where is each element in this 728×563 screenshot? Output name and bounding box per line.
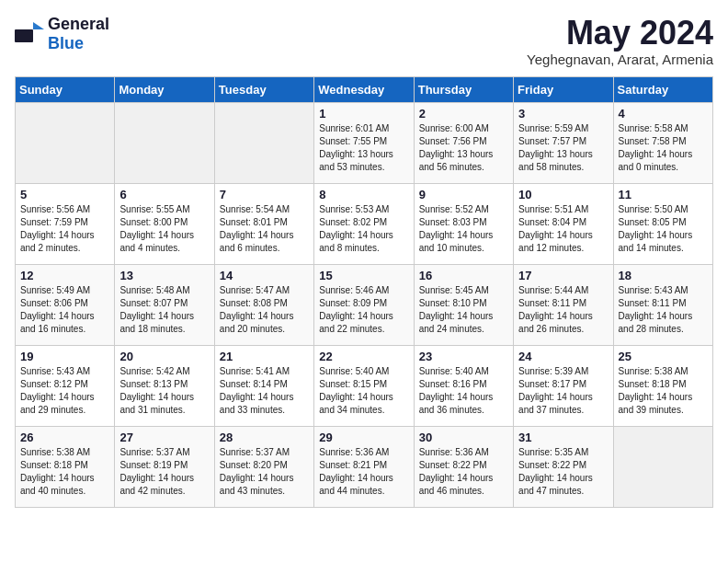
day-info: Sunrise: 5:50 AM Sunset: 8:05 PM Dayligh… <box>619 203 708 255</box>
day-cell: 16Sunrise: 5:45 AM Sunset: 8:10 PM Dayli… <box>414 264 513 345</box>
day-number: 2 <box>419 107 508 121</box>
column-header-saturday: Saturday <box>613 76 712 102</box>
day-info: Sunrise: 5:43 AM Sunset: 8:11 PM Dayligh… <box>619 284 708 336</box>
day-cell: 6Sunrise: 5:55 AM Sunset: 8:00 PM Daylig… <box>115 183 214 264</box>
day-info: Sunrise: 5:38 AM Sunset: 8:18 PM Dayligh… <box>20 446 109 498</box>
week-row-1: 1Sunrise: 6:01 AM Sunset: 7:55 PM Daylig… <box>16 102 713 183</box>
day-cell: 21Sunrise: 5:41 AM Sunset: 8:14 PM Dayli… <box>214 345 313 426</box>
column-header-friday: Friday <box>514 76 613 102</box>
day-number: 24 <box>518 350 608 363</box>
day-number: 12 <box>20 269 109 282</box>
day-cell: 7Sunrise: 5:54 AM Sunset: 8:01 PM Daylig… <box>214 183 313 264</box>
day-info: Sunrise: 5:49 AM Sunset: 8:06 PM Dayligh… <box>20 284 109 336</box>
day-number: 21 <box>220 350 309 363</box>
day-cell: 1Sunrise: 6:01 AM Sunset: 7:55 PM Daylig… <box>314 102 414 183</box>
location-subtitle: Yeghegnavan, Ararat, Armenia <box>527 52 713 67</box>
day-info: Sunrise: 5:42 AM Sunset: 8:13 PM Dayligh… <box>119 365 209 417</box>
day-number: 17 <box>518 269 608 282</box>
week-row-2: 5Sunrise: 5:56 AM Sunset: 7:59 PM Daylig… <box>16 183 713 264</box>
column-header-sunday: Sunday <box>16 76 115 102</box>
day-cell <box>214 102 313 183</box>
day-info: Sunrise: 5:38 AM Sunset: 8:18 PM Dayligh… <box>619 365 708 417</box>
day-info: Sunrise: 6:00 AM Sunset: 7:56 PM Dayligh… <box>419 122 508 174</box>
svg-marker-1 <box>33 22 44 29</box>
day-cell: 12Sunrise: 5:49 AM Sunset: 8:06 PM Dayli… <box>16 264 115 345</box>
day-number: 9 <box>419 188 508 201</box>
day-cell: 25Sunrise: 5:38 AM Sunset: 8:18 PM Dayli… <box>613 345 712 426</box>
day-cell <box>16 102 115 183</box>
day-cell: 29Sunrise: 5:36 AM Sunset: 8:21 PM Dayli… <box>314 426 414 507</box>
day-number: 4 <box>619 107 708 121</box>
week-row-4: 19Sunrise: 5:43 AM Sunset: 8:12 PM Dayli… <box>16 345 713 426</box>
day-cell: 4Sunrise: 5:58 AM Sunset: 7:58 PM Daylig… <box>613 102 712 183</box>
day-info: Sunrise: 5:52 AM Sunset: 8:03 PM Dayligh… <box>419 203 508 255</box>
day-number: 13 <box>119 269 209 282</box>
day-cell: 9Sunrise: 5:52 AM Sunset: 8:03 PM Daylig… <box>414 183 513 264</box>
day-number: 26 <box>20 431 109 444</box>
day-info: Sunrise: 5:47 AM Sunset: 8:08 PM Dayligh… <box>220 284 309 336</box>
day-cell: 24Sunrise: 5:39 AM Sunset: 8:17 PM Dayli… <box>514 345 613 426</box>
day-info: Sunrise: 5:40 AM Sunset: 8:16 PM Dayligh… <box>419 365 508 417</box>
day-number: 29 <box>319 431 408 444</box>
day-number: 15 <box>319 269 408 282</box>
day-info: Sunrise: 5:36 AM Sunset: 8:21 PM Dayligh… <box>319 446 408 498</box>
day-number: 19 <box>20 350 109 363</box>
day-info: Sunrise: 5:36 AM Sunset: 8:22 PM Dayligh… <box>419 446 508 498</box>
day-cell: 5Sunrise: 5:56 AM Sunset: 7:59 PM Daylig… <box>16 183 115 264</box>
day-cell: 31Sunrise: 5:35 AM Sunset: 8:22 PM Dayli… <box>514 426 613 507</box>
day-number: 6 <box>119 188 209 201</box>
page-header: General Blue May 2024 Yeghegnavan, Arara… <box>15 15 713 67</box>
day-number: 8 <box>319 188 408 201</box>
day-info: Sunrise: 6:01 AM Sunset: 7:55 PM Dayligh… <box>319 122 408 174</box>
day-cell: 26Sunrise: 5:38 AM Sunset: 8:18 PM Dayli… <box>16 426 115 507</box>
day-number: 11 <box>619 188 708 201</box>
day-number: 31 <box>518 431 608 444</box>
day-number: 16 <box>419 269 508 282</box>
day-cell <box>115 102 214 183</box>
day-cell: 30Sunrise: 5:36 AM Sunset: 8:22 PM Dayli… <box>414 426 513 507</box>
day-info: Sunrise: 5:40 AM Sunset: 8:15 PM Dayligh… <box>319 365 408 417</box>
column-header-thursday: Thursday <box>414 76 513 102</box>
day-info: Sunrise: 5:59 AM Sunset: 7:57 PM Dayligh… <box>518 122 608 174</box>
day-number: 20 <box>119 350 209 363</box>
svg-rect-0 <box>15 29 33 42</box>
day-info: Sunrise: 5:46 AM Sunset: 8:09 PM Dayligh… <box>319 284 408 336</box>
day-number: 18 <box>619 269 708 282</box>
day-number: 1 <box>319 107 408 121</box>
day-cell: 20Sunrise: 5:42 AM Sunset: 8:13 PM Dayli… <box>115 345 214 426</box>
day-number: 5 <box>20 188 109 201</box>
day-cell: 17Sunrise: 5:44 AM Sunset: 8:11 PM Dayli… <box>514 264 613 345</box>
day-cell <box>613 426 712 507</box>
day-cell: 2Sunrise: 6:00 AM Sunset: 7:56 PM Daylig… <box>414 102 513 183</box>
day-cell: 14Sunrise: 5:47 AM Sunset: 8:08 PM Dayli… <box>214 264 313 345</box>
day-number: 27 <box>119 431 209 444</box>
day-info: Sunrise: 5:35 AM Sunset: 8:22 PM Dayligh… <box>518 446 608 498</box>
day-info: Sunrise: 5:53 AM Sunset: 8:02 PM Dayligh… <box>319 203 408 255</box>
day-info: Sunrise: 5:51 AM Sunset: 8:04 PM Dayligh… <box>518 203 608 255</box>
day-info: Sunrise: 5:44 AM Sunset: 8:11 PM Dayligh… <box>518 284 608 336</box>
day-number: 22 <box>319 350 408 363</box>
day-info: Sunrise: 5:37 AM Sunset: 8:19 PM Dayligh… <box>119 446 209 498</box>
calendar-header-row: SundayMondayTuesdayWednesdayThursdayFrid… <box>16 76 713 102</box>
day-number: 10 <box>518 188 608 201</box>
day-info: Sunrise: 5:37 AM Sunset: 8:20 PM Dayligh… <box>220 446 309 498</box>
day-number: 3 <box>518 107 608 121</box>
day-info: Sunrise: 5:58 AM Sunset: 7:58 PM Dayligh… <box>619 122 708 174</box>
week-row-5: 26Sunrise: 5:38 AM Sunset: 8:18 PM Dayli… <box>16 426 713 507</box>
logo: General Blue <box>15 15 109 53</box>
day-number: 7 <box>220 188 309 201</box>
day-cell: 27Sunrise: 5:37 AM Sunset: 8:19 PM Dayli… <box>115 426 214 507</box>
page-title: May 2024 <box>527 15 713 52</box>
day-number: 23 <box>419 350 508 363</box>
day-info: Sunrise: 5:39 AM Sunset: 8:17 PM Dayligh… <box>518 365 608 417</box>
day-cell: 19Sunrise: 5:43 AM Sunset: 8:12 PM Dayli… <box>16 345 115 426</box>
day-cell: 28Sunrise: 5:37 AM Sunset: 8:20 PM Dayli… <box>214 426 313 507</box>
day-cell: 11Sunrise: 5:50 AM Sunset: 8:05 PM Dayli… <box>613 183 712 264</box>
day-cell: 3Sunrise: 5:59 AM Sunset: 7:57 PM Daylig… <box>514 102 613 183</box>
day-info: Sunrise: 5:41 AM Sunset: 8:14 PM Dayligh… <box>220 365 309 417</box>
column-header-wednesday: Wednesday <box>314 76 414 102</box>
logo-general: General <box>48 15 109 33</box>
logo-icon <box>15 22 44 46</box>
day-info: Sunrise: 5:56 AM Sunset: 7:59 PM Dayligh… <box>20 203 109 255</box>
day-cell: 10Sunrise: 5:51 AM Sunset: 8:04 PM Dayli… <box>514 183 613 264</box>
